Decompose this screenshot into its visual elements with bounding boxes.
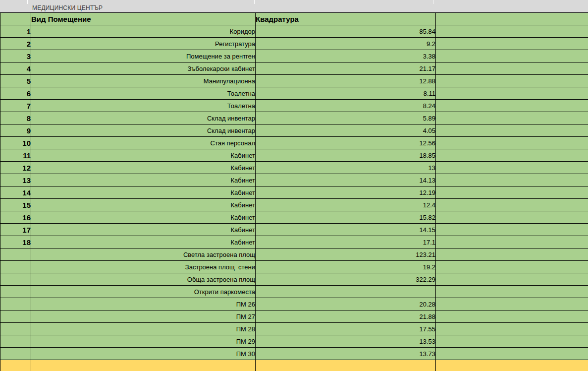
cell-room-type[interactable]: Кабинет: [31, 211, 256, 224]
cell-room-type[interactable]: ПМ 30: [31, 348, 256, 360]
header-cell-empty[interactable]: [0, 13, 31, 25]
cell-row-number[interactable]: 1: [0, 25, 31, 38]
cell-row-number[interactable]: 15: [0, 199, 31, 211]
cell-area[interactable]: 12.88: [256, 75, 436, 87]
cell-area[interactable]: 21.17: [256, 62, 436, 75]
cell-row-number[interactable]: 6: [0, 87, 31, 100]
cell-empty[interactable]: [436, 298, 588, 310]
cell-area[interactable]: 13.73: [256, 348, 436, 360]
cell-row-number[interactable]: [0, 248, 31, 261]
cell-room-type[interactable]: Кабинет: [31, 199, 256, 211]
cell-area[interactable]: 13: [256, 162, 436, 174]
cell-empty[interactable]: [436, 248, 588, 261]
cell-empty[interactable]: [436, 62, 588, 75]
cell-room-type[interactable]: Регистратура: [31, 38, 256, 50]
cell-empty[interactable]: [436, 323, 588, 335]
cell-room-type[interactable]: Стая персонал: [31, 137, 256, 149]
cell-room-type[interactable]: ПМ 28: [31, 323, 256, 335]
cell-row-number[interactable]: 12: [0, 162, 31, 174]
cell-row-number[interactable]: 17: [0, 224, 31, 236]
cell-area[interactable]: [256, 286, 436, 298]
cell-area[interactable]: 19.2: [256, 261, 436, 273]
cell-empty[interactable]: [436, 50, 588, 62]
cell-room-type[interactable]: ПМ 27: [31, 310, 256, 323]
cell-row-number[interactable]: [0, 323, 31, 335]
cell-empty[interactable]: [436, 310, 588, 323]
cell-row-number[interactable]: 14: [0, 186, 31, 199]
cell-row-number[interactable]: [0, 335, 31, 348]
cell-row-number[interactable]: 10: [0, 137, 31, 149]
cell-room-type[interactable]: Кабинет: [31, 162, 256, 174]
cell-empty[interactable]: [436, 199, 588, 211]
cell-empty[interactable]: [436, 335, 588, 348]
cell-room-type[interactable]: Зъболекарски кабинет: [31, 62, 256, 75]
cell-empty[interactable]: [31, 360, 256, 371]
cell-area[interactable]: 17.55: [256, 323, 436, 335]
cell-empty[interactable]: [436, 38, 588, 50]
cell-area[interactable]: 5.89: [256, 112, 436, 124]
cell-empty[interactable]: [436, 273, 588, 286]
cell-row-number[interactable]: [0, 261, 31, 273]
cell-empty[interactable]: [436, 211, 588, 224]
cell-empty[interactable]: [436, 87, 588, 100]
cell-empty[interactable]: [436, 162, 588, 174]
cell-area[interactable]: 21.88: [256, 310, 436, 323]
cell-empty[interactable]: [436, 224, 588, 236]
cell-row-number[interactable]: 3: [0, 50, 31, 62]
sheet-title-cell[interactable]: МЕДИЦИНСКИ ЦЕНТЪР: [0, 4, 588, 12]
cell-room-type[interactable]: Кабинет: [31, 174, 256, 186]
cell-area[interactable]: 12.56: [256, 137, 436, 149]
cell-row-number[interactable]: 16: [0, 211, 31, 224]
cell-room-type[interactable]: ПМ 26: [31, 298, 256, 310]
cell-area[interactable]: 18.85: [256, 149, 436, 162]
cell-row-number[interactable]: [0, 286, 31, 298]
cell-room-type[interactable]: Кабинет: [31, 149, 256, 162]
cell-area[interactable]: 14.15: [256, 224, 436, 236]
cell-empty[interactable]: [436, 124, 588, 137]
cell-row-number[interactable]: 18: [0, 236, 31, 248]
cell-row-number[interactable]: [0, 273, 31, 286]
cell-area[interactable]: 4.05: [256, 124, 436, 137]
cell-empty[interactable]: [436, 137, 588, 149]
cell-room-type[interactable]: Тоалетна: [31, 100, 256, 112]
cell-row-number[interactable]: [0, 348, 31, 360]
cell-empty[interactable]: [436, 149, 588, 162]
cell-empty[interactable]: [436, 186, 588, 199]
cell-empty[interactable]: [436, 174, 588, 186]
cell-area[interactable]: 12.19: [256, 186, 436, 199]
cell-area[interactable]: 85.84: [256, 25, 436, 38]
cell-area[interactable]: 13.53: [256, 335, 436, 348]
cell-area[interactable]: 20.28: [256, 298, 436, 310]
cell-area[interactable]: 12.4: [256, 199, 436, 211]
cell-empty[interactable]: [436, 286, 588, 298]
cell-row-number[interactable]: 2: [0, 38, 31, 50]
cell-empty[interactable]: [436, 348, 588, 360]
cell-area[interactable]: 17.1: [256, 236, 436, 248]
cell-empty[interactable]: [436, 360, 588, 371]
cell-room-type[interactable]: Кабинет: [31, 224, 256, 236]
cell-empty[interactable]: [436, 75, 588, 87]
cell-room-type[interactable]: Манипулационна: [31, 75, 256, 87]
cell-room-type[interactable]: Склад инвентар: [31, 112, 256, 124]
cell-room-type[interactable]: Кабинет: [31, 236, 256, 248]
cell-row-number[interactable]: 7: [0, 100, 31, 112]
cell-area[interactable]: 14.13: [256, 174, 436, 186]
cell-empty[interactable]: [436, 236, 588, 248]
cell-area[interactable]: 15.82: [256, 211, 436, 224]
cell-area[interactable]: 3.38: [256, 50, 436, 62]
cell-row-number[interactable]: [0, 298, 31, 310]
cell-empty[interactable]: [436, 112, 588, 124]
cell-row-number[interactable]: 11: [0, 149, 31, 162]
cell-room-type[interactable]: Обща застроена площ: [31, 273, 256, 286]
cell-room-type[interactable]: Коридор: [31, 25, 256, 38]
header-cell-empty[interactable]: [436, 13, 588, 25]
cell-area[interactable]: 9.2: [256, 38, 436, 50]
cell-area[interactable]: 123.21: [256, 248, 436, 261]
cell-room-type[interactable]: Открити паркоместа: [31, 286, 256, 298]
cell-area[interactable]: 322.29: [256, 273, 436, 286]
cell-room-type[interactable]: Тоалетна: [31, 87, 256, 100]
cell-empty[interactable]: [436, 261, 588, 273]
cell-room-type[interactable]: Светла застроена площ: [31, 248, 256, 261]
cell-row-number[interactable]: 13: [0, 174, 31, 186]
cell-empty[interactable]: [436, 100, 588, 112]
